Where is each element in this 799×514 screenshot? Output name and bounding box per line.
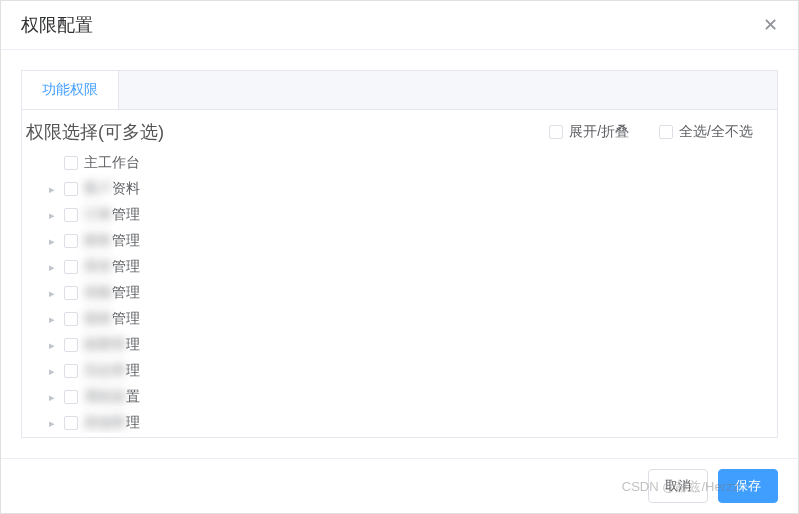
caret-right-icon: ▸ xyxy=(46,391,58,404)
permission-panel: 权限选择(可多选) 展开/折叠 全选/全不选 主工作台▸客户资料▸订单管理▸财务… xyxy=(21,110,778,438)
checkbox-icon[interactable] xyxy=(64,312,78,326)
checkbox-icon xyxy=(549,125,563,139)
dialog-footer: 取消 保存 xyxy=(1,458,798,513)
tree-node-label: 系统设置 xyxy=(84,388,140,406)
tabs-header: 功能权限 xyxy=(21,70,778,110)
dialog-body: 功能权限 权限选择(可多选) 展开/折叠 全选/全不选 主工作台 xyxy=(1,50,798,458)
tree-node[interactable]: ▸财务管理 xyxy=(46,228,773,254)
dialog-title: 权限配置 xyxy=(21,13,93,37)
tree-node[interactable]: ▸报表管理 xyxy=(46,306,773,332)
tree-node-label: 其他管理 xyxy=(84,414,140,432)
section-title: 权限选择(可多选) xyxy=(26,120,164,144)
checkbox-icon[interactable] xyxy=(64,286,78,300)
tree-node[interactable]: ▸库存管理 xyxy=(46,254,773,280)
select-all-label: 全选/全不选 xyxy=(679,123,753,141)
caret-right-icon: ▸ xyxy=(46,261,58,274)
permission-tree[interactable]: 主工作台▸客户资料▸订单管理▸财务管理▸库存管理▸采购管理▸报表管理▸权限管理▸… xyxy=(26,150,773,433)
tree-node-label: 日志管理 xyxy=(84,362,140,380)
checkbox-icon[interactable] xyxy=(64,260,78,274)
caret-right-icon: ▸ xyxy=(46,183,58,196)
tree-node-label: 订单管理 xyxy=(84,206,140,224)
tree-node-label: 财务管理 xyxy=(84,232,140,250)
tab-function-permission[interactable]: 功能权限 xyxy=(22,71,119,109)
checkbox-icon xyxy=(659,125,673,139)
caret-right-icon: ▸ xyxy=(46,209,58,222)
checkbox-icon[interactable] xyxy=(64,416,78,430)
tree-node-label: 客户资料 xyxy=(84,180,140,198)
checkbox-icon[interactable] xyxy=(64,364,78,378)
tree-node-label: 采购管理 xyxy=(84,284,140,302)
caret-right-icon: ▸ xyxy=(46,313,58,326)
tree-node[interactable]: ▸订单管理 xyxy=(46,202,773,228)
tree-node[interactable]: 主工作台 xyxy=(46,150,773,176)
caret-right-icon: ▸ xyxy=(46,417,58,430)
checkbox-icon[interactable] xyxy=(64,182,78,196)
checkbox-icon[interactable] xyxy=(64,338,78,352)
tree-node[interactable]: ▸权限管理 xyxy=(46,332,773,358)
cancel-button[interactable]: 取消 xyxy=(648,469,708,503)
caret-right-icon: ▸ xyxy=(46,287,58,300)
checkbox-icon[interactable] xyxy=(64,390,78,404)
close-icon[interactable]: ✕ xyxy=(763,16,778,34)
tree-node-label: 权限管理 xyxy=(84,336,140,354)
tree-node[interactable]: ▸日志管理 xyxy=(46,358,773,384)
caret-right-icon: ▸ xyxy=(46,339,58,352)
tree-node[interactable]: ▸客户资料 xyxy=(46,176,773,202)
select-all-toggle[interactable]: 全选/全不选 xyxy=(659,123,753,141)
dialog-header: 权限配置 ✕ xyxy=(1,1,798,50)
checkbox-icon[interactable] xyxy=(64,156,78,170)
header-controls: 展开/折叠 全选/全不选 xyxy=(549,123,753,141)
tree-node-label: 主工作台 xyxy=(84,154,140,172)
save-button[interactable]: 保存 xyxy=(718,469,778,503)
caret-right-icon: ▸ xyxy=(46,235,58,248)
tree-node[interactable]: ▸采购管理 xyxy=(46,280,773,306)
expand-collapse-toggle[interactable]: 展开/折叠 xyxy=(549,123,629,141)
tree-node[interactable]: ▸其他管理 xyxy=(46,410,773,433)
permission-dialog: 权限配置 ✕ 功能权限 权限选择(可多选) 展开/折叠 全选/全不选 xyxy=(0,0,799,514)
section-header: 权限选择(可多选) 展开/折叠 全选/全不选 xyxy=(26,120,773,144)
checkbox-icon[interactable] xyxy=(64,234,78,248)
tree-node[interactable]: ▸系统设置 xyxy=(46,384,773,410)
expand-collapse-label: 展开/折叠 xyxy=(569,123,629,141)
tree-node-label: 库存管理 xyxy=(84,258,140,276)
checkbox-icon[interactable] xyxy=(64,208,78,222)
tree-node-label: 报表管理 xyxy=(84,310,140,328)
caret-right-icon: ▸ xyxy=(46,365,58,378)
